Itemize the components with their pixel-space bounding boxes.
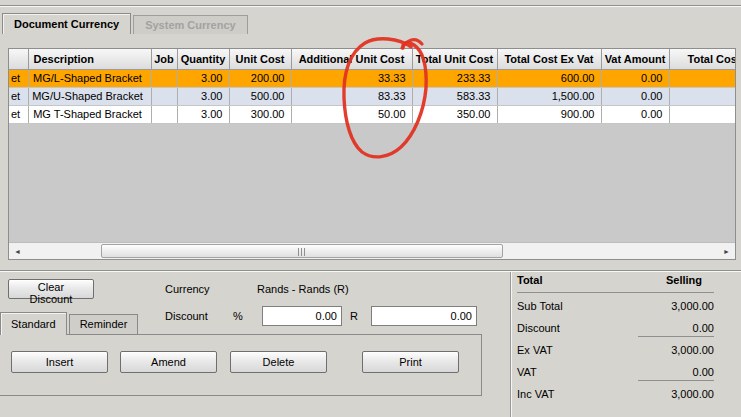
- ex-vat-row: Ex VAT 3,000.00: [517, 337, 714, 359]
- insert-button[interactable]: Insert: [11, 351, 108, 373]
- col-header-description[interactable]: Description: [28, 49, 151, 69]
- percent-symbol: %: [233, 310, 243, 322]
- tab-standard[interactable]: Standard: [0, 312, 67, 335]
- scroll-right-icon[interactable]: ►: [719, 244, 734, 259]
- amend-button[interactable]: Amend: [120, 351, 217, 373]
- currency-value: Rands - Rands (R): [257, 283, 349, 295]
- footer-tabstrip: Standard Reminder: [0, 312, 140, 334]
- footer-separator: [0, 270, 741, 272]
- col-header-code[interactable]: [9, 49, 28, 69]
- tab-reminder[interactable]: Reminder: [69, 314, 139, 334]
- scrollbar-grip-icon: [298, 248, 306, 256]
- line-items-grid: Description Job Quantity Unit Cost Addit…: [8, 48, 736, 260]
- totals-header-value: Selling: [666, 274, 714, 292]
- inc-vat-row: Inc VAT 3,000.00: [517, 381, 714, 403]
- discount-label: Discount: [165, 310, 208, 322]
- totals-header-label: Total: [517, 274, 542, 292]
- col-header-unit-cost[interactable]: Unit Cost: [229, 49, 291, 69]
- clear-discount-button[interactable]: Clear Discount: [8, 279, 94, 299]
- totals-divider: [510, 272, 512, 417]
- rand-symbol: R: [350, 310, 358, 322]
- scrollbar-thumb[interactable]: [101, 244, 503, 258]
- col-header-total-unit-cost[interactable]: Total Unit Cost: [412, 49, 497, 69]
- vat-row: VAT 0.00: [517, 359, 714, 381]
- line-items-table: Description Job Quantity Unit Cost Addit…: [9, 49, 736, 124]
- table-row[interactable]: et MG/L-Shaped Bracket 3.00 200.00 33.33…: [9, 69, 736, 87]
- col-header-total-cost-ex-vat[interactable]: Total Cost Ex Vat: [497, 49, 601, 69]
- currency-label: Currency: [165, 283, 210, 295]
- col-header-quantity[interactable]: Quantity: [177, 49, 229, 69]
- delete-button[interactable]: Delete: [230, 351, 327, 373]
- table-row[interactable]: et MG T-Shaped Bracket 3.00 300.00 50.00…: [9, 105, 736, 123]
- col-header-vat-amount[interactable]: Vat Amount: [601, 49, 669, 69]
- subtotal-row: Sub Total 3,000.00: [517, 293, 714, 315]
- top-separator: [0, 5, 741, 7]
- table-row[interactable]: et MG/U-Shaped Bracket 3.00 500.00 83.33…: [9, 87, 736, 105]
- discount-rand-input[interactable]: [371, 306, 477, 326]
- totals-header: Total Selling: [517, 274, 714, 293]
- col-header-total-cost[interactable]: Total Cost: [669, 49, 736, 69]
- tab-system-currency[interactable]: System Currency: [133, 15, 248, 34]
- discount-row: Discount 0.00: [517, 315, 714, 337]
- totals-panel: Total Selling Sub Total 3,000.00 Discoun…: [517, 274, 714, 403]
- document-lines-screen: Document Currency System Currency Descri…: [0, 0, 741, 417]
- col-header-additional-unit-cost[interactable]: Additional Unit Cost: [291, 49, 412, 69]
- col-header-job[interactable]: Job: [151, 49, 177, 69]
- currency-tabstrip: Document Currency System Currency: [2, 13, 250, 34]
- grid-header-row: Description Job Quantity Unit Cost Addit…: [9, 49, 736, 69]
- print-button[interactable]: Print: [362, 351, 459, 373]
- discount-percent-input[interactable]: [262, 306, 342, 326]
- scroll-left-icon[interactable]: ◄: [10, 244, 25, 259]
- tab-document-currency[interactable]: Document Currency: [2, 13, 131, 34]
- footer-button-panel: Insert Amend Delete Print: [0, 334, 482, 396]
- horizontal-scrollbar[interactable]: ◄ ►: [9, 242, 735, 259]
